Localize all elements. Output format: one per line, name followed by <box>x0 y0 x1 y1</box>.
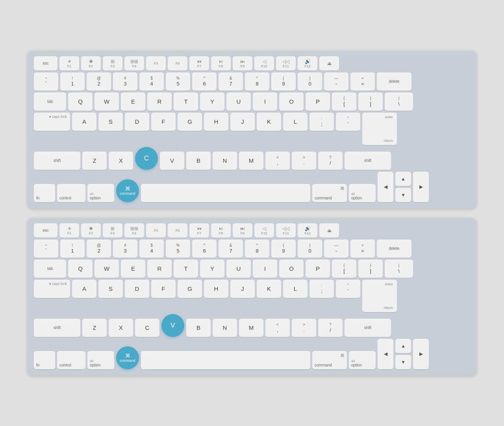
key-2: @ 2 <box>87 73 111 91</box>
key-arrow-right-2: ▶ <box>413 339 429 369</box>
key-option-right: alt option <box>349 184 376 202</box>
key-e-2: E <box>121 260 145 278</box>
key-h: H <box>204 113 228 131</box>
key-arrow-right: ▶ <box>413 172 429 202</box>
key-f10-2: ◁ F10 <box>254 223 274 238</box>
key-arrow-left: ◀ <box>378 172 393 202</box>
key-w: W <box>94 93 119 111</box>
key-v-highlighted: V <box>161 314 184 337</box>
key-comma-2: <, <box>265 319 290 337</box>
zxcv-row: shift Z X C V B N M < , > . ? / <box>34 147 470 170</box>
modifier-row-2: fn control alt option ⌘ command ⌘ comman… <box>34 339 470 369</box>
number-row: ~ ` ! 1 @ 2 # 3 $ 4 <box>34 73 470 91</box>
key-bracket-r: } ] <box>358 93 383 111</box>
key-i-2: I <box>253 260 277 278</box>
key-arrow-up: ▲ <box>395 172 411 186</box>
key-option-left: alt option <box>87 184 114 202</box>
key-arrow-up-2: ▲ <box>395 339 411 353</box>
keyboard-copy: esc ☀ F1 ✺ F2 ⊞ F3 ⊞⊞ F4 F5 F6 ⏮ F7 ⏯ <box>28 51 476 208</box>
key-z: Z <box>82 152 107 170</box>
key-x: X <box>109 152 133 170</box>
key-f1: ☀ F1 <box>59 56 79 71</box>
key-space <box>141 184 310 202</box>
key-q-2: Q <box>68 260 93 278</box>
key-z-2: Z <box>82 319 107 337</box>
key-esc-2: esc <box>34 223 57 238</box>
key-command-right: ⌘ command <box>312 184 347 202</box>
key-f: F <box>151 113 176 131</box>
key-p-2: P <box>306 260 330 278</box>
modifier-row: fn control alt option ⌘ command ⌘ comman… <box>34 172 470 202</box>
key-x-2: X <box>109 319 133 337</box>
key-i: I <box>253 93 277 111</box>
key-f5: F5 <box>146 56 166 71</box>
key-bracket-l-2: {[ <box>332 260 356 278</box>
key-j-2: J <box>230 280 255 298</box>
key-eject: ⏏ <box>319 56 339 71</box>
key-a-2: A <box>72 280 96 298</box>
key-shift-left: shift <box>34 152 80 170</box>
key-f3-2: ⊞ F3 <box>103 223 122 238</box>
key-9-2: (9 <box>271 240 296 258</box>
key-e: E <box>121 93 145 111</box>
key-1-2: !1 <box>60 240 85 258</box>
key-f7: ⏮ F7 <box>189 56 209 71</box>
key-fn: fn <box>34 184 55 202</box>
key-k-2: K <box>257 280 281 298</box>
qwerty-row-2: tab Q W E R T Y U I O P {[ }] |\ <box>34 260 470 278</box>
key-6: ^ 6 <box>192 73 217 91</box>
key-tab-2: tab <box>34 260 66 278</box>
key-f7-2: ⏮ F7 <box>189 223 209 238</box>
arrow-cluster: ◀ ▲ ▼ ▶ <box>378 172 429 202</box>
key-command-left-highlighted: ⌘ command <box>116 179 139 202</box>
key-enter: enter return <box>362 113 397 145</box>
key-f12-2: 🔊 F12 <box>298 223 317 238</box>
key-l-2: L <box>283 280 308 298</box>
key-w-2: W <box>94 260 119 278</box>
key-f3: ⊞ F3 <box>103 56 122 71</box>
key-y: Y <box>200 93 224 111</box>
key-5: % 5 <box>166 73 190 91</box>
key-g-2: G <box>178 280 202 298</box>
key-s-2: S <box>98 280 123 298</box>
key-command-left-highlighted-2: ⌘ command <box>116 346 139 369</box>
key-semicolon: : ; <box>309 113 334 131</box>
key-arrow-down-2: ▼ <box>395 355 411 369</box>
key-shift-right: shift <box>345 152 391 170</box>
asdf-row-2: ● caps lock A S D F G H J K L :; "' ente… <box>34 280 470 312</box>
zxcv-row-2: shift Z X C V B N M <, >. ?/ shift <box>34 314 470 337</box>
key-minus-2: —- <box>324 240 348 258</box>
key-f4: ⊞⊞ F4 <box>124 56 144 71</box>
key-2-2: @2 <box>87 240 111 258</box>
key-slash: ? / <box>318 152 343 170</box>
key-n-2: N <box>213 319 237 337</box>
key-s: S <box>98 113 123 131</box>
key-caps-lock-2: ● caps lock <box>34 280 70 298</box>
key-u-2: U <box>226 260 251 278</box>
key-minus: — - <box>324 73 348 91</box>
key-f8-2: ⏯ F8 <box>211 223 231 238</box>
key-5-2: %5 <box>166 240 190 258</box>
key-a: A <box>72 113 96 131</box>
key-space-2 <box>141 351 310 369</box>
key-o: O <box>279 93 304 111</box>
key-k: K <box>257 113 281 131</box>
key-1: ! 1 <box>60 73 85 91</box>
key-l: L <box>283 113 308 131</box>
key-delete: delete <box>377 73 411 91</box>
key-equal: + = <box>350 73 375 91</box>
key-semicolon-2: :; <box>309 280 334 298</box>
key-f8: ⏯ F8 <box>211 56 231 71</box>
key-j: J <box>230 113 255 131</box>
key-r-2: R <box>147 260 172 278</box>
key-4: $ 4 <box>139 73 164 91</box>
key-comma: < , <box>265 152 290 170</box>
key-tilde: ~ ` <box>34 73 58 91</box>
key-7: & 7 <box>219 73 243 91</box>
key-d-2: D <box>125 280 149 298</box>
key-bracket-l: { [ <box>332 93 356 111</box>
key-enter-2: enter return <box>362 280 397 312</box>
key-f10: ◁ F10 <box>254 56 274 71</box>
key-d: D <box>125 113 149 131</box>
key-control-2: control <box>57 351 85 369</box>
